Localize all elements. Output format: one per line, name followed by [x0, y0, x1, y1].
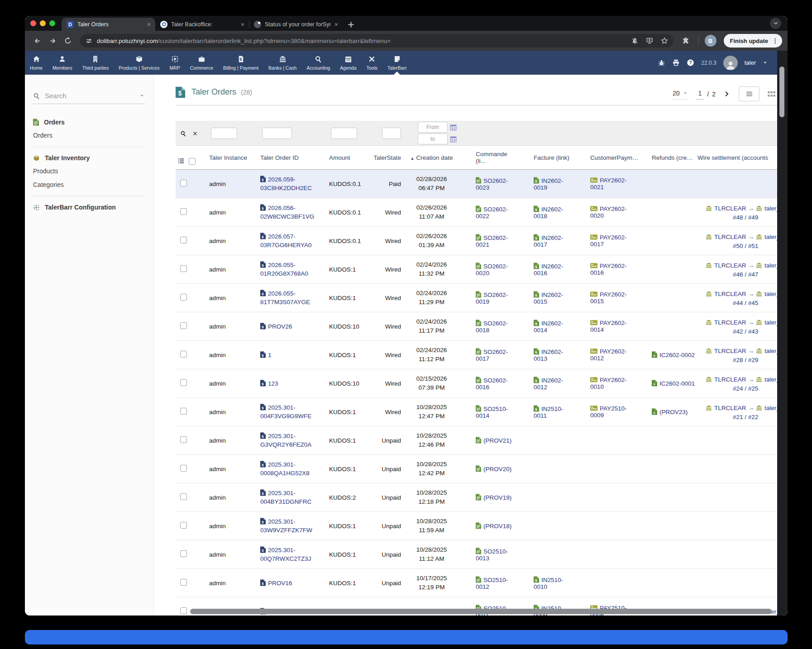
payment-link[interactable]: PAY2602-0016 [590, 262, 627, 276]
sidebar-item-categories[interactable]: Categories [32, 178, 145, 191]
invoice-link[interactable]: $IN2602-0018 [534, 206, 563, 220]
sales-order-link[interactable]: (PROV18) [476, 523, 511, 530]
apply-filter-icon[interactable] [180, 130, 186, 137]
tab-search-button[interactable] [770, 18, 781, 29]
nav-item-home[interactable]: Home [25, 51, 48, 75]
invoice-link[interactable]: $IN2602-0015 [534, 291, 563, 305]
payment-link[interactable]: PAY2602-0017 [590, 234, 627, 248]
tab-3[interactable]: Status of your order forSync c [249, 18, 343, 31]
row-checkbox[interactable] [180, 436, 187, 443]
column-header-taler-instance[interactable]: Taler Instance [197, 146, 254, 170]
wire-from-link[interactable]: TLRCLEAR [714, 262, 746, 269]
sidebar-section-0[interactable]: Orders [32, 116, 145, 129]
row-checkbox[interactable] [180, 208, 187, 215]
sales-order-link[interactable]: SO2602-0020 [476, 263, 508, 277]
column-header-wire-settlement-accounts[interactable]: Wire settlement (accounts [697, 146, 788, 170]
search-caret-icon[interactable] [139, 93, 144, 98]
payment-link[interactable]: PAY2602-0014 [590, 320, 627, 333]
minimize-window-button[interactable] [40, 20, 46, 26]
wire-refs-link[interactable]: #21 / #22 [733, 414, 758, 420]
tab-close-icon[interactable] [334, 22, 339, 27]
invoice-link[interactable]: $IN2510-0011 [534, 406, 563, 419]
nav-item-talerbarr[interactable]: TalerBarr [382, 51, 412, 75]
sales-order-link[interactable]: SO2602-0016 [476, 377, 508, 391]
nav-item-agenda[interactable]: Agenda [335, 51, 361, 75]
payment-link[interactable]: PAY2510-0009 [590, 405, 627, 419]
page-number-input[interactable]: 1 [696, 89, 704, 100]
taler-order-link[interactable]: $2025.301-G3VQR2Y6FEZ0A [260, 432, 322, 449]
page-size-select[interactable]: 20 [672, 89, 688, 100]
nav-item-third-parties[interactable]: Third parties [77, 51, 114, 75]
nav-item-billing-payment[interactable]: $Billing | Payment [218, 51, 263, 75]
payment-link[interactable]: PAY2602-0010 [590, 377, 627, 390]
sales-order-link[interactable]: (PROV19) [476, 494, 511, 501]
sales-order-link[interactable]: SO2602-0018 [476, 320, 508, 334]
bug-icon[interactable] [658, 59, 665, 67]
forward-icon[interactable] [46, 34, 59, 48]
column-header-amount[interactable]: Amount [322, 146, 367, 170]
payment-link[interactable]: PAY2602-0012 [590, 348, 627, 362]
taler-order-link[interactable]: $2025.301-0008QA1HG52X8 [260, 460, 322, 477]
print-icon[interactable] [672, 59, 680, 67]
sales-order-link[interactable]: SO2510-0012 [476, 577, 508, 590]
wire-refs-link[interactable]: #46 / #47 [733, 271, 758, 278]
row-checkbox[interactable] [180, 550, 187, 557]
user-avatar[interactable] [723, 56, 738, 70]
wire-from-link[interactable]: TLRCLEAR [714, 234, 746, 240]
back-icon[interactable] [30, 34, 44, 48]
sidebar-item-products[interactable]: Products [32, 164, 145, 178]
vertical-scrollbar[interactable] [777, 51, 788, 616]
site-settings-icon[interactable] [86, 38, 92, 44]
nav-item-commerce[interactable]: Commerce [185, 51, 218, 75]
filter-instance-input[interactable] [211, 128, 237, 139]
invoice-link[interactable]: $IN2602-0019 [534, 177, 563, 191]
filter-order-id-input[interactable] [262, 128, 292, 139]
wire-from-link[interactable]: TLRCLEAR [714, 348, 746, 354]
sales-order-link[interactable]: SO2602-0017 [476, 348, 508, 362]
invoice-link[interactable]: $IN2602-0014 [534, 320, 563, 334]
taler-order-link[interactable]: $2025.301-03W9VZFFZK7FW [260, 517, 322, 534]
close-window-button[interactable] [30, 20, 36, 26]
user-menu-caret-icon[interactable] [763, 60, 768, 65]
taler-order-link[interactable]: $2026.056-02W8CWC3BF1VG [260, 204, 322, 221]
row-checkbox[interactable] [180, 351, 187, 358]
invoice-link[interactable]: $IN2510-0010 [534, 577, 563, 590]
invoice-link[interactable]: $IN2602-0016 [534, 263, 563, 277]
filter-date-to-input[interactable] [418, 134, 448, 144]
extensions-icon[interactable] [679, 34, 693, 48]
install-app-icon[interactable] [646, 37, 653, 44]
wire-refs-link[interactable]: #42 / #43 [733, 328, 758, 335]
tab-2[interactable]: Taler Backoffice: [155, 18, 249, 31]
row-checkbox[interactable] [180, 607, 187, 614]
column-selector-icon[interactable] [178, 157, 185, 166]
sales-order-link[interactable]: SO2510-0014 [476, 406, 508, 419]
credit-note-link[interactable]: xIC2602-0002 [652, 352, 695, 358]
credit-note-link[interactable]: xIC2602-0001 [652, 380, 695, 387]
sales-order-link[interactable]: (PROV20) [476, 466, 511, 472]
filter-amount-input[interactable] [331, 128, 357, 139]
wire-from-link[interactable]: TLRCLEAR [714, 291, 746, 297]
row-checkbox[interactable] [180, 322, 187, 329]
taler-order-link[interactable]: $2025.301-004BY31DGNFRC [260, 489, 322, 506]
reload-icon[interactable] [61, 34, 75, 48]
row-checkbox[interactable] [180, 465, 187, 472]
taler-order-link[interactable]: $2026.055-01R20G8X768A0 [260, 261, 322, 278]
help-icon[interactable]: ? [687, 59, 694, 67]
nav-item-tools[interactable]: Tools [362, 51, 383, 75]
payment-link[interactable]: PAY2602-0021 [590, 177, 627, 191]
column-header-taler-order-id[interactable]: Taler Order ID [254, 146, 322, 170]
taler-order-link[interactable]: $123 [260, 379, 278, 388]
calendar-to-icon[interactable] [450, 136, 457, 143]
row-checkbox[interactable] [180, 237, 187, 243]
select-all-checkbox[interactable] [189, 158, 196, 165]
payment-link[interactable]: PAY2602-0015 [590, 291, 627, 305]
taler-order-link[interactable]: $2026.055-81T7M3S07AYGE [260, 289, 322, 306]
sales-order-link[interactable]: SO2602-0019 [476, 291, 508, 305]
nav-item-banks-cash[interactable]: Banks | Cash [263, 51, 301, 75]
bookmark-star-icon[interactable] [661, 37, 668, 44]
user-menu[interactable]: taler [745, 59, 756, 66]
nav-item-accounting[interactable]: Accounting [301, 51, 335, 75]
taler-order-link[interactable]: $2026.059-03C8HK2DDH2EC [260, 175, 322, 192]
nav-item-members[interactable]: Members [48, 51, 77, 75]
taler-order-link[interactable]: $1 [260, 351, 272, 359]
